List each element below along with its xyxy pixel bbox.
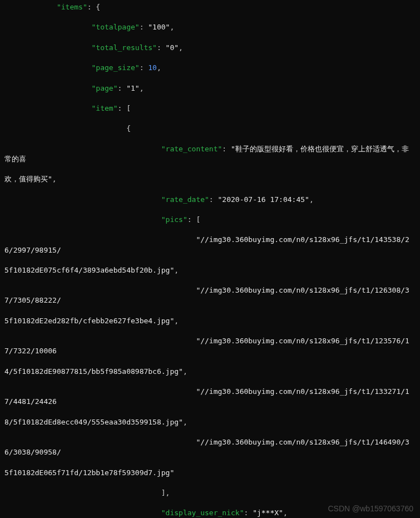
json-viewer: "items": { "totalpage": "100", "total_re… <box>0 0 420 518</box>
